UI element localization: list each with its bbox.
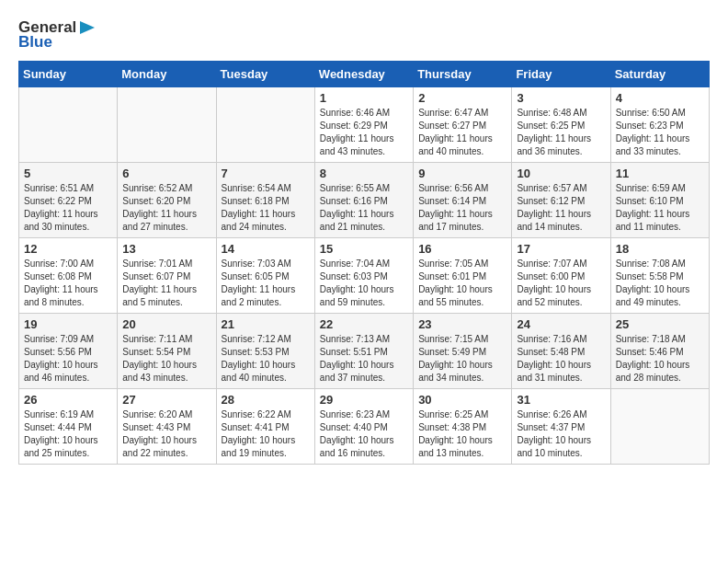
day-number: 10 [517, 167, 605, 180]
day-info: Sunrise: 7:00 AM Sunset: 6:08 PM Dayligh… [24, 258, 112, 309]
day-cell-26: 26Sunrise: 6:19 AM Sunset: 4:44 PM Dayli… [19, 389, 118, 465]
day-info: Sunrise: 6:54 AM Sunset: 6:18 PM Dayligh… [222, 182, 310, 234]
day-info: Sunrise: 6:20 AM Sunset: 4:43 PM Dayligh… [122, 408, 210, 460]
day-info: Sunrise: 7:08 AM Sunset: 5:58 PM Dayligh… [616, 258, 704, 309]
day-number: 30 [418, 393, 506, 407]
day-info: Sunrise: 7:07 AM Sunset: 6:00 PM Dayligh… [517, 258, 605, 309]
day-info: Sunrise: 6:55 AM Sunset: 6:16 PM Dayligh… [320, 182, 408, 234]
day-info: Sunrise: 6:22 AM Sunset: 4:41 PM Dayligh… [222, 408, 310, 460]
day-info: Sunrise: 7:18 AM Sunset: 5:46 PM Dayligh… [616, 333, 704, 385]
day-number: 7 [222, 167, 310, 180]
week-row-4: 19Sunrise: 7:09 AM Sunset: 5:56 PM Dayli… [19, 314, 710, 389]
week-row-2: 5Sunrise: 6:51 AM Sunset: 6:22 PM Daylig… [19, 163, 710, 238]
page-header: General Blue [18, 18, 710, 52]
day-number: 27 [122, 393, 210, 407]
logo-arrow-icon [78, 19, 97, 36]
day-info: Sunrise: 7:04 AM Sunset: 6:03 PM Dayligh… [320, 258, 408, 309]
day-cell-11: 11Sunrise: 6:59 AM Sunset: 6:10 PM Dayli… [610, 163, 709, 238]
day-cell-6: 6Sunrise: 6:52 AM Sunset: 6:20 PM Daylig… [118, 163, 216, 238]
day-info: Sunrise: 6:50 AM Sunset: 6:23 PM Dayligh… [616, 107, 704, 158]
day-cell-10: 10Sunrise: 6:57 AM Sunset: 6:12 PM Dayli… [512, 163, 610, 238]
day-cell-17: 17Sunrise: 7:07 AM Sunset: 6:00 PM Dayli… [512, 238, 610, 314]
day-cell-27: 27Sunrise: 6:20 AM Sunset: 4:43 PM Dayli… [118, 389, 216, 465]
day-number: 25 [616, 317, 704, 331]
day-info: Sunrise: 7:05 AM Sunset: 6:01 PM Dayligh… [418, 258, 506, 309]
day-number: 31 [517, 393, 605, 407]
day-cell-16: 16Sunrise: 7:05 AM Sunset: 6:01 PM Dayli… [414, 238, 512, 314]
day-number: 15 [320, 242, 408, 256]
day-info: Sunrise: 6:59 AM Sunset: 6:10 PM Dayligh… [616, 182, 704, 234]
day-info: Sunrise: 7:13 AM Sunset: 5:51 PM Dayligh… [320, 333, 408, 385]
day-info: Sunrise: 6:57 AM Sunset: 6:12 PM Dayligh… [517, 182, 605, 234]
day-info: Sunrise: 6:19 AM Sunset: 4:44 PM Dayligh… [24, 408, 112, 460]
day-cell-9: 9Sunrise: 6:56 AM Sunset: 6:14 PM Daylig… [414, 163, 512, 238]
day-cell-30: 30Sunrise: 6:25 AM Sunset: 4:38 PM Dayli… [414, 389, 512, 465]
day-cell-3: 3Sunrise: 6:48 AM Sunset: 6:25 PM Daylig… [512, 87, 610, 163]
day-number: 22 [320, 317, 408, 331]
weekday-header-sunday: Sunday [19, 62, 118, 87]
day-number: 28 [222, 393, 310, 407]
week-row-1: 1Sunrise: 6:46 AM Sunset: 6:29 PM Daylig… [19, 87, 710, 163]
day-number: 13 [122, 242, 210, 256]
day-cell-7: 7Sunrise: 6:54 AM Sunset: 6:18 PM Daylig… [216, 163, 314, 238]
weekday-header-saturday: Saturday [610, 62, 709, 87]
day-cell-28: 28Sunrise: 6:22 AM Sunset: 4:41 PM Dayli… [216, 389, 314, 465]
day-info: Sunrise: 7:09 AM Sunset: 5:56 PM Dayligh… [24, 333, 112, 385]
day-info: Sunrise: 6:51 AM Sunset: 6:22 PM Dayligh… [24, 182, 112, 234]
day-cell-2: 2Sunrise: 6:47 AM Sunset: 6:27 PM Daylig… [414, 87, 512, 163]
day-info: Sunrise: 7:16 AM Sunset: 5:48 PM Dayligh… [517, 333, 605, 385]
day-cell-4: 4Sunrise: 6:50 AM Sunset: 6:23 PM Daylig… [610, 87, 709, 163]
weekday-header-row: SundayMondayTuesdayWednesdayThursdayFrid… [19, 62, 710, 87]
day-number: 20 [122, 317, 210, 331]
day-cell-20: 20Sunrise: 7:11 AM Sunset: 5:54 PM Dayli… [118, 314, 216, 389]
day-info: Sunrise: 7:11 AM Sunset: 5:54 PM Dayligh… [122, 333, 210, 385]
day-number: 9 [418, 167, 506, 180]
day-cell-23: 23Sunrise: 7:15 AM Sunset: 5:49 PM Dayli… [414, 314, 512, 389]
empty-cell [19, 87, 118, 163]
day-info: Sunrise: 6:26 AM Sunset: 4:37 PM Dayligh… [517, 408, 605, 460]
day-cell-13: 13Sunrise: 7:01 AM Sunset: 6:07 PM Dayli… [118, 238, 216, 314]
day-info: Sunrise: 6:48 AM Sunset: 6:25 PM Dayligh… [517, 107, 605, 158]
day-info: Sunrise: 6:46 AM Sunset: 6:29 PM Dayligh… [320, 107, 408, 158]
day-number: 24 [517, 317, 605, 331]
weekday-header-tuesday: Tuesday [216, 62, 314, 87]
day-info: Sunrise: 7:12 AM Sunset: 5:53 PM Dayligh… [222, 333, 310, 385]
svg-marker-0 [80, 21, 95, 34]
weekday-header-wednesday: Wednesday [314, 62, 413, 87]
day-info: Sunrise: 7:01 AM Sunset: 6:07 PM Dayligh… [122, 258, 210, 309]
day-number: 23 [418, 317, 506, 331]
empty-cell [118, 87, 216, 163]
day-cell-18: 18Sunrise: 7:08 AM Sunset: 5:58 PM Dayli… [610, 238, 709, 314]
day-number: 29 [320, 393, 408, 407]
day-cell-29: 29Sunrise: 6:23 AM Sunset: 4:40 PM Dayli… [314, 389, 413, 465]
day-number: 26 [24, 393, 112, 407]
day-number: 14 [222, 242, 310, 256]
day-number: 21 [222, 317, 310, 331]
day-number: 1 [320, 91, 408, 105]
day-number: 2 [418, 91, 506, 105]
day-number: 19 [24, 317, 112, 331]
day-info: Sunrise: 6:47 AM Sunset: 6:27 PM Dayligh… [418, 107, 506, 158]
day-info: Sunrise: 7:03 AM Sunset: 6:05 PM Dayligh… [222, 258, 310, 309]
day-number: 8 [320, 167, 408, 180]
day-number: 4 [616, 91, 704, 105]
day-info: Sunrise: 6:52 AM Sunset: 6:20 PM Dayligh… [122, 182, 210, 234]
day-cell-15: 15Sunrise: 7:04 AM Sunset: 6:03 PM Dayli… [314, 238, 413, 314]
day-cell-22: 22Sunrise: 7:13 AM Sunset: 5:51 PM Dayli… [314, 314, 413, 389]
logo-text-block: General Blue [18, 18, 97, 52]
weekday-header-friday: Friday [512, 62, 610, 87]
empty-cell [216, 87, 314, 163]
week-row-3: 12Sunrise: 7:00 AM Sunset: 6:08 PM Dayli… [19, 238, 710, 314]
day-cell-1: 1Sunrise: 6:46 AM Sunset: 6:29 PM Daylig… [314, 87, 413, 163]
day-cell-8: 8Sunrise: 6:55 AM Sunset: 6:16 PM Daylig… [314, 163, 413, 238]
day-number: 5 [24, 167, 112, 180]
day-number: 18 [616, 242, 704, 256]
day-cell-5: 5Sunrise: 6:51 AM Sunset: 6:22 PM Daylig… [19, 163, 118, 238]
day-info: Sunrise: 7:15 AM Sunset: 5:49 PM Dayligh… [418, 333, 506, 385]
day-number: 11 [616, 167, 704, 180]
calendar-table: SundayMondayTuesdayWednesdayThursdayFrid… [18, 61, 710, 465]
weekday-header-monday: Monday [118, 62, 216, 87]
logo: General Blue [18, 18, 97, 52]
day-cell-31: 31Sunrise: 6:26 AM Sunset: 4:37 PM Dayli… [512, 389, 610, 465]
day-info: Sunrise: 6:56 AM Sunset: 6:14 PM Dayligh… [418, 182, 506, 234]
